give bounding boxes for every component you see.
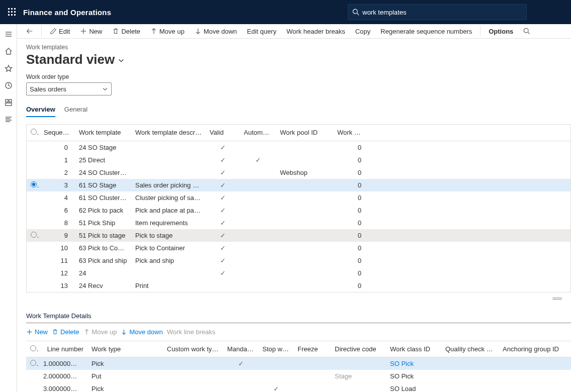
- svg-line-10: [357, 13, 359, 15]
- col-custom[interactable]: Custom work type: [163, 341, 223, 357]
- pencil-icon: [50, 28, 57, 35]
- details-new-button[interactable]: New: [26, 328, 48, 336]
- table-row[interactable]: 851 Pick ShipItem requirements✓0: [27, 217, 570, 229]
- workspaces-icon[interactable]: [2, 95, 16, 110]
- svg-rect-5: [14, 11, 16, 13]
- col-freeze[interactable]: Freeze: [294, 341, 331, 357]
- col-priority[interactable]: Work prior...: [333, 125, 368, 141]
- details-toolbar: New Delete Move up Move down Work line b…: [17, 323, 571, 341]
- col-pool[interactable]: Work pool ID: [276, 125, 333, 141]
- trash-icon: [112, 28, 119, 35]
- col-valid[interactable]: Valid: [206, 125, 240, 141]
- table-row[interactable]: 3.0000000000Pick✓SO Load: [26, 382, 571, 393]
- search-icon: [352, 9, 359, 16]
- arrow-down-icon: [121, 329, 127, 335]
- editquery-button[interactable]: Edit query: [243, 24, 280, 38]
- app-bar: Finance and Operations work templates: [0, 0, 571, 24]
- svg-rect-3: [8, 11, 10, 13]
- chevron-down-icon: [118, 57, 125, 64]
- col-anchor[interactable]: Anchoring group ID: [499, 341, 571, 357]
- svg-line-25: [528, 32, 530, 34]
- table-row[interactable]: 461 SO Cluster pickCluster picking of sa…: [27, 191, 570, 204]
- col-qc[interactable]: Quality check temp...: [441, 341, 499, 357]
- svg-rect-4: [11, 11, 13, 13]
- table-row[interactable]: 361 SO StageSales order picking with s..…: [27, 179, 570, 191]
- regenerate-button[interactable]: Regenerate sequence numbers: [376, 24, 476, 38]
- waffle-icon[interactable]: [4, 4, 20, 20]
- splitter-handle[interactable]: ══: [17, 292, 571, 304]
- table-row[interactable]: 2.0000000000PutStageSO Pick: [26, 370, 571, 382]
- table-row[interactable]: 662 Pick to packPick and place at pack s…: [27, 204, 570, 217]
- svg-rect-6: [8, 14, 10, 16]
- col-directive[interactable]: Directive code: [331, 341, 386, 357]
- col-class[interactable]: Work class ID: [386, 341, 441, 357]
- work-templates-grid: Sequence ... Work template Work template…: [27, 125, 570, 292]
- table-row[interactable]: 1063 Pick to Contai...Pick to Container✓…: [27, 242, 570, 254]
- chevron-down-icon: [102, 86, 108, 92]
- work-template-details-grid: Line number Work type Custom work type M…: [26, 341, 571, 393]
- field-label: Work order type: [26, 73, 562, 80]
- tab-general[interactable]: General: [64, 103, 87, 117]
- col-stop[interactable]: Stop work: [258, 341, 294, 357]
- arrow-up-icon: [83, 329, 90, 335]
- svg-rect-16: [9, 100, 12, 102]
- tab-overview[interactable]: Overview: [26, 103, 55, 117]
- details-moveup-button[interactable]: Move up: [83, 328, 117, 336]
- svg-point-24: [524, 28, 529, 33]
- home-icon[interactable]: [2, 44, 16, 58]
- details-delete-button[interactable]: Delete: [52, 328, 79, 336]
- col-worktype[interactable]: Work type: [87, 341, 163, 357]
- table-row[interactable]: 1163 Pick and shipPick and ship✓0: [27, 254, 570, 267]
- movedown-button[interactable]: Move down: [191, 24, 241, 38]
- col-auto[interactable]: Automatic...: [240, 125, 276, 141]
- back-button[interactable]: [22, 24, 37, 38]
- col-select[interactable]: [26, 341, 39, 357]
- moveup-button[interactable]: Move up: [146, 24, 188, 38]
- col-mandatory[interactable]: Mandatory: [223, 341, 258, 357]
- edit-button[interactable]: Edit: [46, 24, 74, 38]
- col-sequence[interactable]: Sequence ...: [40, 125, 75, 141]
- plus-icon: [26, 329, 33, 335]
- table-row[interactable]: 1.0000000000Pick✓SO Pick: [26, 357, 571, 370]
- find-button[interactable]: [519, 24, 534, 38]
- col-line[interactable]: Line number: [39, 341, 87, 357]
- svg-rect-0: [8, 8, 10, 10]
- svg-rect-7: [11, 14, 13, 16]
- new-button[interactable]: New: [76, 24, 106, 38]
- delete-button[interactable]: Delete: [108, 24, 144, 38]
- details-title[interactable]: Work Template Details: [26, 304, 571, 323]
- svg-rect-15: [6, 100, 8, 102]
- table-row[interactable]: 024 SO Stage✓0: [27, 141, 570, 154]
- nav-rail: [0, 24, 17, 392]
- details-movedown-button[interactable]: Move down: [121, 328, 162, 336]
- page-title[interactable]: Standard view: [26, 52, 562, 67]
- arrow-down-icon: [195, 28, 202, 35]
- headerbreaks-button[interactable]: Work header breaks: [282, 24, 349, 38]
- svg-rect-17: [6, 103, 12, 106]
- modules-icon[interactable]: [2, 113, 16, 127]
- work-order-type-select[interactable]: Sales orders: [26, 82, 112, 95]
- menu-icon[interactable]: [2, 27, 16, 41]
- col-template[interactable]: Work template: [75, 125, 131, 141]
- search-icon: [523, 28, 530, 35]
- svg-rect-8: [14, 14, 16, 16]
- search-box[interactable]: work templates: [348, 4, 527, 20]
- svg-point-9: [353, 9, 357, 14]
- arrow-up-icon: [150, 28, 157, 35]
- table-row[interactable]: 1324 RecvPrint0: [27, 279, 570, 292]
- options-button[interactable]: Options: [485, 24, 517, 38]
- svg-rect-2: [14, 8, 16, 10]
- recent-icon[interactable]: [2, 78, 16, 92]
- breadcrumb: Work templates: [26, 44, 562, 51]
- table-row[interactable]: 125 Direct✓✓0: [27, 154, 570, 166]
- trash-icon: [52, 329, 58, 335]
- search-query: work templates: [362, 9, 406, 16]
- col-description[interactable]: Work template description: [131, 125, 206, 141]
- table-row[interactable]: 951 Pick to stagePick to stage✓0: [27, 229, 570, 242]
- col-select[interactable]: [27, 125, 40, 141]
- table-row[interactable]: 1224✓0: [27, 267, 570, 279]
- copy-button[interactable]: Copy: [351, 24, 374, 38]
- table-row[interactable]: 224 SO Cluster Pick✓Webshop0: [27, 166, 570, 179]
- star-icon[interactable]: [2, 61, 16, 75]
- details-linebreaks-button[interactable]: Work line breaks: [167, 328, 216, 336]
